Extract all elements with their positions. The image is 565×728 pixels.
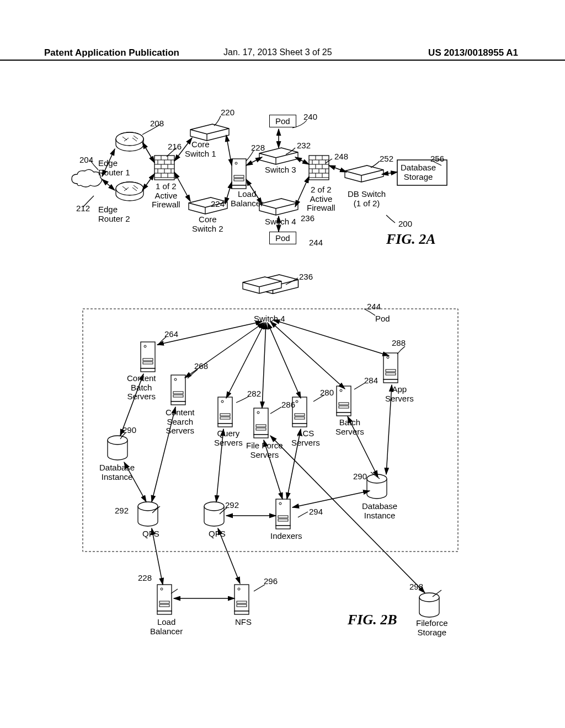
lbl-core-switch-1: CoreSwitch 1 — [185, 140, 216, 158]
lbl-nfs: NFS — [235, 618, 252, 627]
ref-248: 248 — [334, 152, 348, 162]
svg-line-51 — [262, 323, 266, 408]
ref-292b: 292 — [225, 501, 239, 510]
svg-line-43 — [329, 165, 347, 172]
lbl-db-switch: DB Switch(1 of 2) — [348, 190, 386, 208]
fig-2a-title: FIG. 2A — [386, 232, 436, 248]
svg-line-41 — [295, 157, 309, 164]
lbl-content-batch: ContentBatchServers — [127, 374, 156, 402]
lbl-dbinst1: DatabaseInstance — [99, 463, 135, 481]
ref-280: 280 — [320, 388, 334, 398]
ref-200: 200 — [398, 220, 412, 229]
ref-282: 282 — [247, 389, 261, 399]
lbl-query: QueryServers — [214, 429, 243, 447]
ref-298: 298 — [409, 582, 423, 592]
ref-292a: 292 — [115, 506, 129, 516]
ref-216: 216 — [168, 142, 182, 152]
ref-296: 296 — [264, 577, 278, 586]
ref-244b: 244 — [367, 302, 381, 312]
lbl-switch4b: Switch 4 — [254, 314, 285, 324]
pod-box-bottom: Pod — [269, 232, 296, 244]
ref-228b: 228 — [138, 574, 152, 583]
ref-294: 294 — [309, 507, 323, 517]
lbl-app: AppServers — [385, 385, 414, 403]
ref-212: 212 — [76, 204, 90, 213]
ref-268: 268 — [194, 362, 208, 371]
svg-line-68 — [270, 436, 425, 593]
ref-264: 264 — [164, 330, 178, 339]
lbl-indexers: Indexers — [270, 532, 302, 541]
ref-290a: 290 — [122, 426, 136, 435]
ref-252: 252 — [380, 154, 393, 164]
ref-236b: 236 — [299, 272, 313, 282]
lbl-pod: Pod — [375, 314, 390, 324]
pod-box-top: Pod — [269, 115, 296, 127]
ref-290b: 290 — [353, 472, 367, 481]
lbl-batch: BatchServers — [335, 418, 364, 436]
ref-236a: 236 — [301, 214, 315, 223]
ref-288: 288 — [392, 339, 406, 348]
ref-240: 240 — [303, 113, 317, 122]
svg-line-62 — [292, 491, 370, 507]
lbl-content-search: ContentSearchServers — [166, 408, 195, 436]
ref-284: 284 — [364, 376, 378, 386]
lbl-db-storage: DatabaseStorage — [401, 163, 436, 181]
fig-2a-svg — [0, 0, 565, 728]
lbl-qfs2: QFS — [209, 529, 226, 539]
svg-line-44 — [382, 172, 397, 174]
lbl-fileforce-storage: FileforceStorage — [416, 619, 448, 637]
lbl-load-balancer-a: LoadBalancer — [231, 190, 263, 208]
lbl-firewall-2: 2 of 2ActiveFirewall — [307, 185, 335, 213]
ref-244a: 244 — [309, 238, 323, 248]
ref-286: 286 — [281, 400, 295, 410]
lbl-qfs1: QFS — [142, 529, 159, 539]
ref-220: 220 — [221, 108, 234, 117]
lbl-firewall-1: 1 of 2ActiveFirewall — [152, 182, 180, 210]
lbl-dbinst2: DatabaseInstance — [362, 502, 397, 520]
svg-line-54 — [273, 320, 389, 356]
ref-228a: 228 — [251, 143, 265, 153]
svg-line-50 — [226, 323, 265, 398]
ref-224: 224 — [211, 200, 225, 209]
ref-208: 208 — [150, 119, 164, 129]
lbl-edge-router-1: EdgeRouter 1 — [98, 159, 130, 177]
svg-line-33 — [142, 142, 154, 163]
lbl-switch3: Switch 3 — [265, 165, 296, 175]
lbl-core-switch-2: CoreSwitch 2 — [192, 215, 223, 233]
fig-2b-title: FIG. 2B — [348, 612, 397, 628]
lbl-edge-router-2: EdgeRouter 2 — [98, 205, 130, 223]
lbl-fileforce: File ForceServers — [246, 441, 283, 459]
lbl-acs: ACSServers — [291, 429, 320, 447]
lbl-load-balancer-b: LoadBalancer — [150, 618, 183, 636]
ref-232: 232 — [297, 141, 311, 151]
svg-line-37 — [226, 135, 232, 165]
ref-204: 204 — [79, 156, 93, 165]
svg-line-32 — [102, 179, 115, 190]
lbl-switch4a: Switch 4 — [265, 217, 296, 227]
